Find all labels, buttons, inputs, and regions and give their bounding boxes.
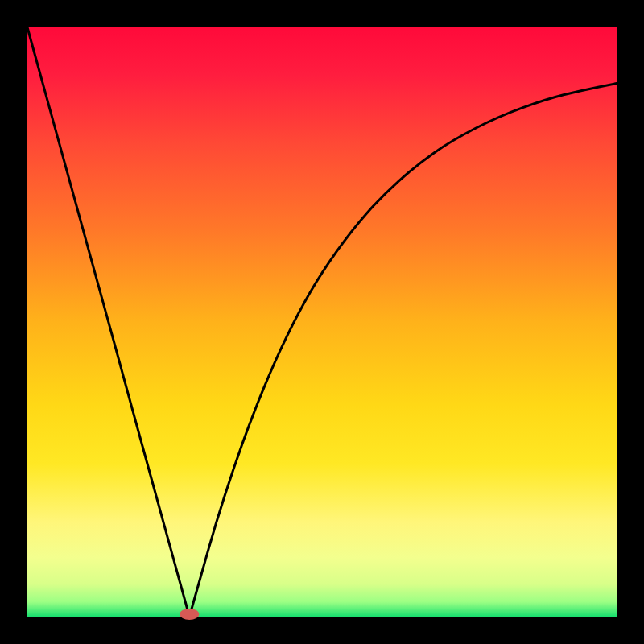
frame-top bbox=[0, 0, 644, 27]
optimum-marker bbox=[180, 609, 199, 620]
plot-area bbox=[27, 27, 617, 617]
frame-bottom bbox=[0, 617, 644, 644]
frame-left bbox=[0, 0, 27, 644]
frame-right bbox=[617, 0, 644, 644]
bottleneck-chart bbox=[0, 0, 644, 644]
